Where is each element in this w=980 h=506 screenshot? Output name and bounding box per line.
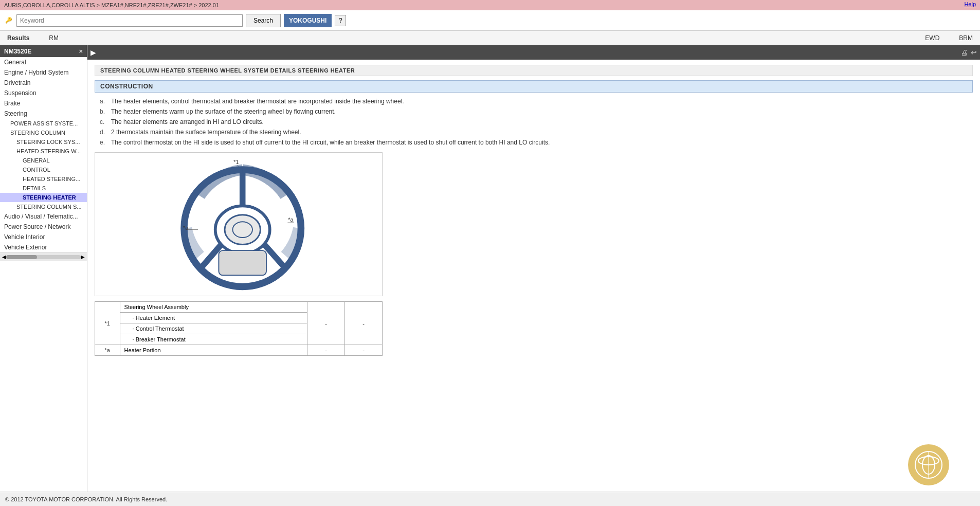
search-button[interactable]: Search [246, 14, 281, 27]
sidebar-item-engine[interactable]: Engine / Hybrid System [0, 67, 87, 78]
parts-table: *1 Steering Wheel Assembly - - · Heater … [95, 301, 383, 356]
scroll-left-arrow[interactable]: ◀ [2, 254, 6, 260]
list-text-c: The heater elements are arranged in HI a… [111, 118, 264, 125]
sidebar-item-vehicle-exterior[interactable]: Vehicle Exterior [0, 242, 87, 252]
svg-point-7 [225, 214, 260, 244]
sub-item-3: · Breaker Thermostat [120, 334, 307, 345]
dash-a-2: - [345, 345, 383, 356]
breadcrumb: STEERING COLUMN HEATED STEERING WHEEL SY… [95, 65, 973, 76]
table-row: *1 Steering Wheel Assembly - - [95, 302, 383, 313]
tab-brm[interactable]: BRM [957, 33, 975, 43]
svg-text:*a: *a [288, 216, 293, 223]
sidebar-item-heated-steering[interactable]: HEATED STEERING W... [0, 147, 87, 156]
sidebar-item-suspension[interactable]: Suspension [0, 88, 87, 98]
list-item: e. The control thermostat on the HI side… [100, 139, 973, 146]
sidebar-item-power-source[interactable]: Power Source / Network [0, 222, 87, 232]
list-item: d. 2 thermostats maintain the surface te… [100, 129, 973, 136]
list-item: b. The heater elements warm up the surfa… [100, 108, 973, 115]
sidebar-item-steering[interactable]: Steering [0, 109, 87, 119]
steering-wheel-diagram: *1 [169, 156, 308, 293]
list-label-b: b. [100, 108, 108, 115]
sidebar-item-steering-column-s[interactable]: STEERING COLUMN S... [0, 202, 87, 211]
list-text-a: The heater elements, control thermostat … [111, 98, 404, 105]
help-button[interactable]: Help [964, 1, 976, 7]
content-area: ▶ 🖨 ↩ STEERING COLUMN HEATED STEERING WH… [87, 45, 980, 492]
list-text-d: 2 thermostats maintain the surface tempe… [111, 129, 301, 136]
list-text-e: The control thermostat on the HI side is… [111, 139, 550, 146]
sub-item-2: · Control Thermostat [120, 323, 307, 334]
table-row: *a Heater Portion - - [95, 345, 383, 356]
sidebar-item-steering-lock[interactable]: STEERING LOCK SYS... [0, 137, 87, 147]
sidebar-item-details[interactable]: DETAILS [0, 184, 87, 193]
top-bar-title: AURIS,COROLLA,COROLLA ALTIS > MZEA1#,NRE… [4, 2, 976, 8]
tab-results[interactable]: Results [5, 33, 31, 43]
list-text-b: The heater elements warm up the surface … [111, 108, 336, 115]
ref-cell: *1 [95, 302, 120, 345]
svg-line-6 [264, 244, 287, 270]
sidebar-title: NM3520E [4, 48, 31, 55]
copyright-text: © 2012 TOYOTA MOTOR CORPORATION. All Rig… [5, 496, 167, 502]
sidebar-item-steering-column[interactable]: STEERING COLUMN [0, 128, 87, 137]
section-header: CONSTRUCTION [95, 80, 973, 93]
sidebar-item-steering-heater[interactable]: STEERING HEATER [0, 193, 87, 202]
sidebar-item-heated-steering2[interactable]: HEATED STEERING... [0, 174, 87, 184]
horizontal-scrollbar[interactable]: ◀ ▶ [0, 252, 87, 261]
yokogushi-button[interactable]: YOKOGUSHI [284, 14, 332, 27]
tab-rm[interactable]: RM [47, 33, 61, 43]
back-icon[interactable]: ↩ [971, 48, 977, 57]
scrollbar-track [6, 255, 81, 259]
content-icons: 🖨 ↩ [960, 48, 977, 57]
keyword-icon: 🔑 [5, 17, 12, 24]
list-label-c: c. [100, 118, 108, 125]
tab-ewd[interactable]: EWD [923, 33, 941, 43]
expand-panel-icon[interactable]: ▶ [90, 48, 96, 57]
scrollbar-thumb[interactable] [6, 255, 37, 259]
list-label-e: e. [100, 139, 108, 146]
sidebar-item-drivetrain[interactable]: Drivetrain [0, 78, 87, 88]
svg-rect-9 [219, 250, 266, 275]
sidebar-item-brake[interactable]: Brake [0, 98, 87, 109]
sidebar-close-button[interactable]: × [79, 47, 83, 55]
content-list: a. The heater elements, control thermost… [95, 98, 973, 146]
footer: © 2012 TOYOTA MOTOR CORPORATION. All Rig… [0, 492, 980, 506]
main-area: NM3520E × General Engine / Hybrid System… [0, 45, 980, 492]
list-label-a: a. [100, 98, 108, 105]
dash-col-1: - [307, 302, 345, 345]
svg-line-5 [199, 244, 221, 270]
diagram-container: *1 [95, 152, 383, 296]
dash-col-2: - [345, 302, 383, 345]
sidebar-item-control[interactable]: CONTROL [0, 165, 87, 174]
dash-a-1: - [307, 345, 345, 356]
sidebar-header: NM3520E × [0, 45, 87, 57]
sidebar-item-vehicle-interior[interactable]: Vehicle Interior [0, 232, 87, 242]
print-icon[interactable]: 🖨 [960, 48, 968, 57]
svg-text:*1: *1 [233, 159, 239, 165]
name-header-cell: Steering Wheel Assembly [120, 302, 307, 313]
sidebar-item-audio-visual[interactable]: Audio / Visual / Telematic... [0, 211, 87, 222]
list-item: a. The heater elements, control thermost… [100, 98, 973, 105]
top-bar: AURIS,COROLLA,COROLLA ALTIS > MZEA1#,NRE… [0, 0, 980, 10]
nav-tabs: Results RM EWD BRM [0, 31, 980, 45]
ref-cell-a: *a [95, 345, 120, 356]
scroll-right-arrow[interactable]: ▶ [81, 254, 85, 260]
list-label-d: d. [100, 129, 108, 136]
sidebar-item-general2[interactable]: GENERAL [0, 156, 87, 165]
content-body: STEERING COLUMN HEATED STEERING WHEEL SY… [87, 60, 980, 492]
heater-portion-cell: Heater Portion [120, 345, 307, 356]
sub-item-1: · Heater Element [120, 313, 307, 323]
search-bar: 🔑 Search YOKOGUSHI ? [0, 10, 980, 31]
search-input[interactable] [16, 14, 243, 27]
sidebar: NM3520E × General Engine / Hybrid System… [0, 45, 87, 492]
content-toolbar: ▶ 🖨 ↩ [87, 45, 980, 60]
list-item: c. The heater elements are arranged in H… [100, 118, 973, 125]
sidebar-item-power-assist[interactable]: POWER ASSIST SYSTE... [0, 119, 87, 128]
help-icon-button[interactable]: ? [335, 15, 346, 26]
sidebar-item-general[interactable]: General [0, 57, 87, 67]
